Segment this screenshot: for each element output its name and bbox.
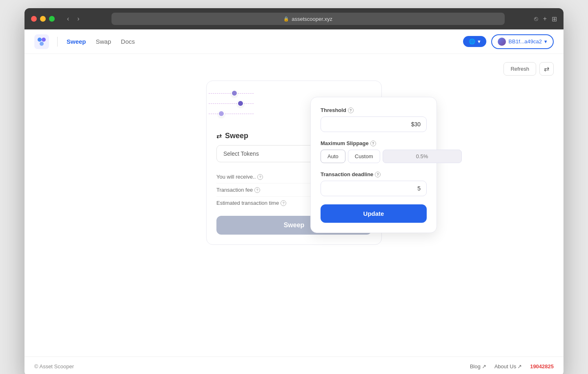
app-main: Refresh ⇄: [24, 54, 564, 340]
tabs-button[interactable]: ⊞: [552, 15, 557, 23]
copyright-text: © Asset Scooper: [34, 363, 74, 370]
close-button[interactable]: [31, 16, 37, 22]
deadline-help-icon[interactable]: ?: [375, 172, 381, 177]
new-tab-button[interactable]: +: [543, 15, 547, 23]
deadline-input[interactable]: [321, 181, 427, 196]
about-external-icon: ↗: [517, 363, 522, 370]
address-bar[interactable]: 🔒 assetscooper.xyz: [111, 13, 505, 25]
nav-sweep[interactable]: Sweep: [66, 36, 87, 47]
threshold-input[interactable]: [321, 116, 427, 132]
wallet-address: BB1f...a49ca2: [508, 38, 542, 45]
browser-actions: ⎋ + ⊞: [534, 15, 557, 23]
threshold-help-icon[interactable]: ?: [348, 107, 354, 113]
slippage-value-input[interactable]: [383, 150, 462, 163]
estimated-transaction-label: Estimated transaction time ?: [216, 200, 286, 206]
sweep-icon: ⇄: [216, 132, 222, 140]
fullscreen-button[interactable]: [49, 16, 55, 22]
toolbar: Refresh ⇄: [24, 62, 564, 81]
deadline-section: Transaction deadline ?: [321, 171, 427, 196]
svg-point-2: [40, 42, 44, 46]
settings-button[interactable]: ⇄: [539, 62, 554, 76]
slippage-help-icon[interactable]: ?: [370, 141, 376, 146]
estimated-time-help-icon[interactable]: ?: [281, 200, 286, 206]
app-logo: [34, 34, 49, 49]
network-chevron-icon: ▾: [478, 38, 481, 45]
app-header: Sweep Swap Docs 🌐 ▾ BB1f...a49ca2 ▾: [24, 29, 564, 54]
network-globe-icon: 🌐: [469, 38, 475, 45]
nav-swap[interactable]: Swap: [95, 36, 112, 47]
token-dot-1: [231, 90, 238, 96]
refresh-button[interactable]: Refresh: [503, 62, 536, 76]
slippage-auto-button[interactable]: Auto: [321, 150, 345, 163]
network-button[interactable]: 🌐 ▾: [463, 36, 486, 47]
wallet-avatar: [498, 38, 506, 46]
footer-links: Blog ↗ About Us ↗ 19042825: [470, 363, 554, 370]
transaction-fee-label: Transaction fee ?: [216, 187, 260, 193]
minimize-button[interactable]: [40, 16, 46, 22]
slippage-label: Maximum Slippage ?: [321, 140, 427, 146]
back-button[interactable]: ‹: [65, 14, 71, 23]
slippage-custom-button[interactable]: Custom: [348, 150, 380, 163]
wallet-chevron-icon: ▾: [544, 38, 547, 45]
nav-docs[interactable]: Docs: [120, 36, 136, 47]
token-visualization: [207, 81, 256, 130]
dashed-line-2: [209, 103, 254, 104]
blog-external-icon: ↗: [482, 363, 486, 370]
threshold-label: Threshold ?: [321, 107, 427, 113]
sweep-title: Sweep: [225, 132, 248, 140]
deadline-label: Transaction deadline ?: [321, 171, 427, 177]
browser-navigation: ‹ ›: [65, 14, 82, 23]
transaction-fee-help-icon[interactable]: ?: [254, 187, 260, 193]
you-will-receive-help-icon[interactable]: ?: [257, 174, 263, 180]
lock-icon: 🔒: [283, 16, 289, 22]
svg-point-1: [42, 38, 46, 42]
header-divider: [57, 37, 58, 47]
build-number: 19042825: [530, 363, 554, 370]
main-nav: Sweep Swap Docs: [66, 36, 136, 47]
update-button[interactable]: Update: [321, 204, 427, 223]
app-footer: © Asset Scooper Blog ↗ About Us ↗ 190428…: [24, 356, 564, 374]
traffic-lights: [31, 16, 55, 22]
share-button[interactable]: ⎋: [534, 15, 538, 23]
slippage-section: Maximum Slippage ? Auto Custom: [321, 140, 427, 163]
token-dot-2: [237, 100, 244, 107]
token-dot-3: [218, 110, 225, 117]
blog-link[interactable]: Blog ↗: [470, 363, 486, 370]
you-will-receive-label: You will receive.. ?: [216, 174, 263, 180]
header-right: 🌐 ▾ BB1f...a49ca2 ▾: [463, 34, 554, 49]
svg-point-0: [38, 38, 42, 42]
forward-button[interactable]: ›: [75, 14, 82, 23]
settings-panel: Threshold ? Maximum Slippage ? Auto: [310, 97, 437, 233]
slippage-options: Auto Custom: [321, 150, 427, 163]
wallet-button[interactable]: BB1f...a49ca2 ▾: [491, 34, 554, 49]
dashed-line-3: [209, 114, 254, 114]
about-link[interactable]: About Us ↗: [494, 363, 522, 370]
threshold-section: Threshold ?: [321, 107, 427, 132]
url-text: assetscooper.xyz: [292, 16, 332, 22]
